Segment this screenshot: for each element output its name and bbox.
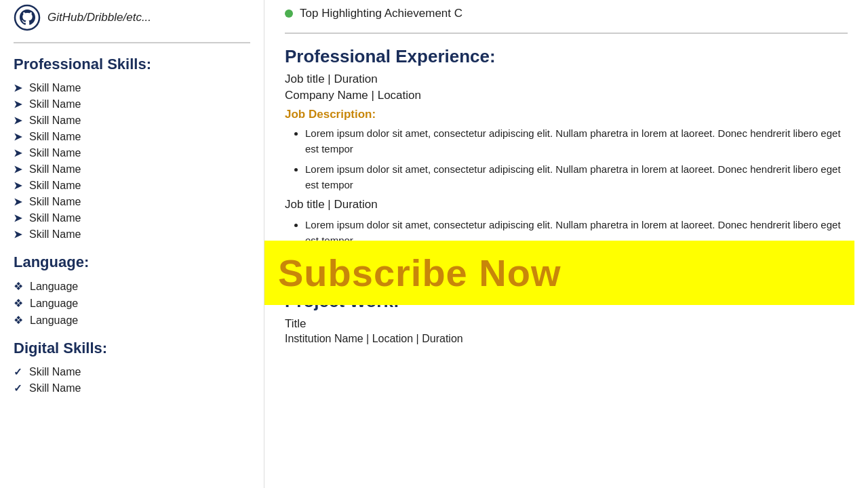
check-icon: ✓ [14,382,22,394]
svg-point-0 [15,5,39,30]
language-label: Language [30,281,78,293]
skill-label: Skill Name [29,98,81,110]
github-text: GitHub/Dribble/etc... [47,11,151,24]
arrow-icon: ➤ [14,228,22,241]
list-item: ➤Skill Name [14,194,250,210]
arrow-icon: ➤ [14,82,22,94]
list-item: ➤Skill Name [14,161,250,178]
check-icon: ✓ [14,366,22,378]
project-item-title: Title [285,317,848,331]
top-achievement-row: Top Highlighting Achievement C [285,0,848,34]
skill-label: Skill Name [29,147,81,159]
arrow-icon: ➤ [14,180,22,192]
github-row[interactable]: GitHub/Dribble/etc... [14,0,250,43]
skill-label: Skill Name [29,212,81,224]
arrow-icon: ➤ [14,147,22,159]
job1-title-duration: Job title | Duration [285,73,848,86]
diamond-icon: ❖ [14,314,23,327]
digital-skills-title: Digital Skills: [14,340,250,357]
bullet-text: Lorem ipsum dolor sit amet, consectetur … [305,163,841,190]
arrow-icon: ➤ [14,98,22,110]
skill-label: Skill Name [29,115,81,127]
digital-skill-label: Skill Name [29,382,81,394]
list-item: ✓Skill Name [14,364,250,380]
main-content: Top Highlighting Achievement C Professio… [264,0,868,488]
job2-title-duration: Job title | Duration [285,198,848,211]
language-label: Language [30,314,78,327]
skill-label: Skill Name [29,131,81,143]
list-item: ❖Language [14,312,250,329]
professional-skills-title: Professional Skills: [14,56,250,73]
subscribe-banner[interactable]: Subscribe Now [264,241,854,305]
arrow-icon: ➤ [14,212,22,224]
list-item: ➤Skill Name [14,80,250,96]
professional-skills-section: Professional Skills: ➤Skill Name ➤Skill … [14,56,250,243]
list-item: ➤Skill Name [14,129,250,145]
language-list: ❖Language ❖Language ❖Language [14,278,250,329]
skill-label: Skill Name [29,82,81,94]
list-item: ➤Skill Name [14,210,250,226]
list-item: ➤Skill Name [14,178,250,194]
list-item: ➤Skill Name [14,145,250,161]
arrow-icon: ➤ [14,196,22,208]
project-institution-line: Institution Name | Location | Duration [285,333,848,345]
subscribe-text[interactable]: Subscribe Now [278,251,561,295]
diamond-icon: ❖ [14,297,23,310]
language-label: Language [30,298,78,310]
list-item: Lorem ipsum dolor sit amet, consectetur … [305,161,848,193]
arrow-icon: ➤ [14,131,22,143]
skill-label: Skill Name [29,228,81,241]
job-description-label: Job Description: [285,108,848,121]
job1-bullets: Lorem ipsum dolor sit amet, consectetur … [285,125,848,192]
diamond-icon: ❖ [14,280,23,293]
skill-label: Skill Name [29,163,81,176]
green-dot-icon [285,9,293,18]
arrow-icon: ➤ [14,115,22,127]
arrow-icon: ➤ [14,163,22,176]
language-title: Language: [14,253,250,271]
language-section: Language: ❖Language ❖Language ❖Language [14,253,250,329]
list-item: ❖Language [14,278,250,295]
list-item: ➤Skill Name [14,96,250,113]
sidebar: GitHub/Dribble/etc... Professional Skill… [0,0,264,488]
professional-experience-title: Professional Experience: [285,46,848,67]
list-item: ✓Skill Name [14,380,250,396]
achievement-text: Top Highlighting Achievement C [300,7,462,20]
digital-skill-label: Skill Name [29,366,81,378]
list-item: ➤Skill Name [14,226,250,243]
bullet-text: Lorem ipsum dolor sit amet, consectetur … [305,127,841,155]
digital-skills-section: Digital Skills: ✓Skill Name ✓Skill Name [14,340,250,396]
job1-company-location: Company Name | Location [285,89,848,102]
github-icon [14,4,41,31]
list-item: Lorem ipsum dolor sit amet, consectetur … [305,125,848,157]
skill-label: Skill Name [29,180,81,192]
digital-skills-list: ✓Skill Name ✓Skill Name [14,364,250,396]
list-item: ➤Skill Name [14,113,250,129]
list-item: ❖Language [14,295,250,312]
skill-label: Skill Name [29,196,81,208]
skills-list: ➤Skill Name ➤Skill Name ➤Skill Name ➤Ski… [14,80,250,243]
